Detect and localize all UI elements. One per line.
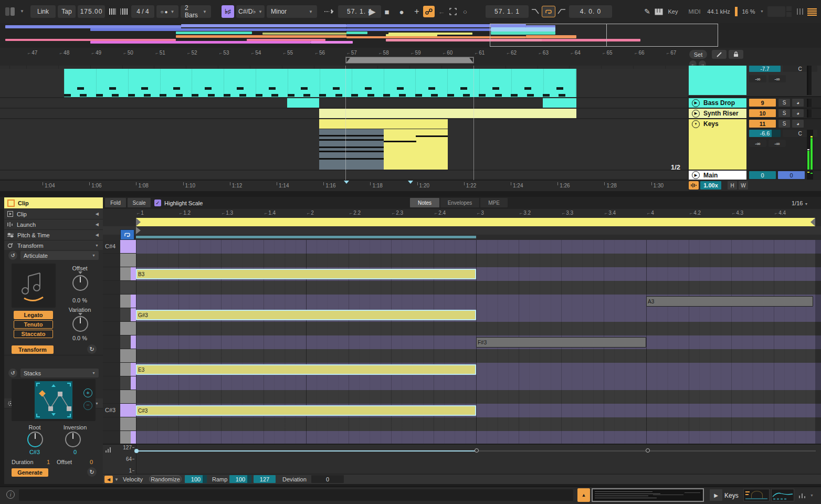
variation-knob[interactable]	[72, 316, 88, 332]
keys-selected-region[interactable]	[319, 129, 384, 170]
status-meter-icon[interactable]	[797, 489, 807, 501]
velocity-handle-start[interactable]	[134, 449, 139, 453]
track1-send-b[interactable]: -∞	[769, 75, 786, 82]
status-meter-caret[interactable]: ▼	[810, 494, 814, 497]
fold-track-icon[interactable]: ▼	[692, 120, 700, 128]
punch-out-icon[interactable]	[556, 5, 567, 18]
track1-send-a[interactable]: -∞	[749, 75, 766, 82]
transform-apply-button[interactable]: Transform	[12, 345, 54, 354]
bar-number[interactable]: 64	[571, 50, 580, 56]
transform-refresh-icon[interactable]: ↺	[8, 251, 17, 260]
record-button[interactable]: ●	[395, 5, 408, 18]
bar-number[interactable]: 48	[60, 50, 69, 56]
bar-number[interactable]: 62	[507, 50, 517, 56]
unfold-track-icon[interactable]: ▶	[692, 99, 700, 107]
clip-ruler-label[interactable]: 1.3	[222, 210, 233, 216]
offset-knob[interactable]	[72, 275, 88, 291]
generate-apply-button[interactable]: Generate	[12, 468, 48, 477]
synth-riser-arm[interactable]: ◕	[792, 109, 804, 117]
track-header-keys[interactable]: ▼ Keys 11 S ◕ -6.6 C -∞ -∞	[688, 119, 821, 171]
cpu-caret-icon[interactable]: ▼	[760, 9, 764, 13]
clip-ruler-label[interactable]: 3.2	[520, 210, 531, 216]
midi-map-button[interactable]: MIDI	[686, 5, 703, 18]
lane-fold-button[interactable]: ◀	[104, 476, 113, 483]
track-header-1[interactable]: -7.7 C -∞ -∞	[688, 66, 821, 97]
bar-number[interactable]: 61	[475, 50, 485, 56]
playback-speed-field[interactable]: 1.00x	[700, 181, 721, 190]
bar-number[interactable]: 53	[219, 50, 229, 56]
bar-number[interactable]: 50	[124, 50, 133, 56]
track-header-main[interactable]: ▶ Main 0 0	[688, 171, 821, 180]
info-icon[interactable]: i	[6, 490, 15, 499]
menu-hamburger-icon[interactable]	[806, 5, 818, 18]
main-volume-field[interactable]: 0	[749, 171, 776, 179]
audition-button[interactable]	[689, 181, 699, 190]
tab-mpe[interactable]: MPE	[480, 198, 508, 207]
section-transform[interactable]: Transform▼	[4, 240, 103, 251]
unfold-track-icon[interactable]: ▶	[692, 171, 700, 179]
root-knob[interactable]	[27, 432, 43, 447]
clip-ruler-label[interactable]: 4	[647, 210, 654, 216]
tap-tempo-button[interactable]: Tap	[58, 5, 76, 18]
reenable-automation-icon[interactable]: ←	[437, 5, 446, 18]
clip-bass-drop-2[interactable]	[543, 98, 576, 108]
scale-menu[interactable]: Minor▼	[267, 5, 317, 18]
track-lanes[interactable]	[0, 66, 688, 180]
automation-mode-button[interactable]	[423, 6, 435, 17]
time-signature-field[interactable]: 4 / 4	[131, 5, 154, 18]
grid-setting[interactable]: 1/16 ▼	[792, 200, 808, 206]
key-root-menu[interactable]: C#/D♭▼	[236, 5, 265, 18]
section-clip[interactable]: Clip◀	[4, 209, 103, 219]
randomize-button[interactable]: Randomize	[149, 475, 182, 483]
overview-viewport-divider[interactable]	[606, 24, 607, 47]
velocity-handle-3[interactable]	[646, 448, 650, 453]
clip-loop-bar[interactable]	[136, 218, 815, 226]
midi-note[interactable]: A3	[646, 296, 813, 307]
synth-riser-activator[interactable]: 10	[749, 109, 776, 117]
tempo-field[interactable]: 175.00	[78, 5, 105, 18]
clip-ruler-label[interactable]: 2	[307, 210, 314, 216]
height-zoom-button[interactable]: H	[728, 181, 737, 190]
bass-drop-activator[interactable]: 9	[749, 99, 776, 107]
track-header-bass-drop[interactable]: ▶ Bass Drop 9 S ◕	[688, 98, 821, 109]
nudge-up-icon[interactable]	[119, 5, 129, 18]
midi-note[interactable]: B3	[136, 269, 476, 279]
loop-button[interactable]	[542, 6, 555, 17]
bar-number[interactable]: 65	[603, 50, 612, 56]
key-signature-button[interactable]: ♭♯	[222, 5, 234, 18]
window-control-icon[interactable]	[5, 7, 17, 16]
keys-solo[interactable]: S	[778, 120, 790, 128]
bar-number[interactable]: 51	[155, 50, 165, 56]
bar-number[interactable]: 56	[315, 50, 325, 56]
stacks-add-icon[interactable]: +	[83, 388, 92, 397]
bar-number[interactable]: 63	[539, 50, 549, 56]
tab-envelopes[interactable]: Envelopes	[440, 198, 479, 207]
generate-tool-select[interactable]: Stacks▼	[20, 369, 99, 377]
clip-ruler-label[interactable]: 2.3	[392, 210, 403, 216]
clip-ruler-label[interactable]: 2.2	[350, 210, 361, 216]
keys-send-a[interactable]: -∞	[749, 140, 766, 147]
show-devices-button[interactable]: ▲	[577, 488, 590, 502]
nudge-down-icon[interactable]	[107, 5, 118, 18]
variation-value[interactable]: 0.0 %	[59, 335, 101, 341]
transform-tool-select[interactable]: Articulate▼	[20, 251, 99, 260]
locator-pencil-button[interactable]	[712, 50, 727, 59]
bar-number[interactable]: 66	[635, 50, 644, 56]
clip-marker-lane[interactable]	[103, 226, 821, 235]
loop-start-field[interactable]: 57. 1. 1	[486, 5, 529, 18]
synth-riser-solo[interactable]: S	[778, 109, 790, 117]
ramp-to-field[interactable]: 127	[254, 475, 276, 483]
staccato-button[interactable]: Staccato	[14, 330, 53, 338]
midi-note[interactable]: F#3	[476, 337, 646, 348]
midi-note[interactable]: G#3	[136, 310, 476, 320]
tenuto-button[interactable]: Tenuto	[14, 320, 53, 329]
bar-number[interactable]: 67	[667, 50, 676, 56]
clip-ruler-label[interactable]: 4.4	[775, 210, 786, 216]
clip-keys-header[interactable]	[319, 119, 448, 129]
bar-number[interactable]: 59	[411, 50, 420, 56]
midi-note[interactable]: E3	[136, 364, 476, 375]
velocity-ramp-line-selected[interactable]	[136, 450, 476, 452]
link-button[interactable]: Link	[30, 5, 56, 18]
arrangement-loop-brace[interactable]	[345, 57, 474, 64]
unfold-track-icon[interactable]: ▶	[692, 110, 700, 118]
